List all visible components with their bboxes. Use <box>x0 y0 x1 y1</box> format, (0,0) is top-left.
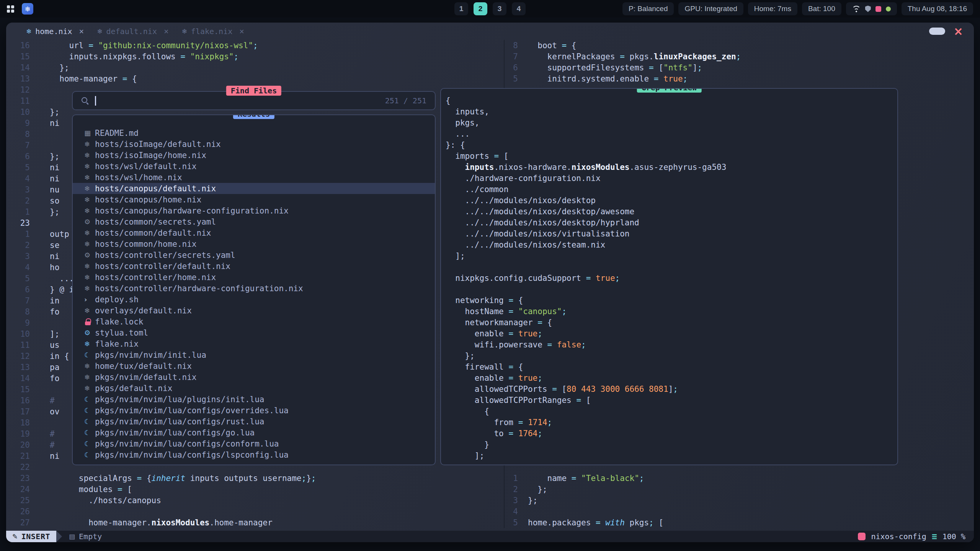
code-line: ../../modules/nixos/desktop/hyprland <box>446 217 897 228</box>
line-number: 1 <box>505 474 518 483</box>
file-result[interactable]: ❄hosts/controller/default.nix <box>73 261 435 272</box>
line-number: 13 <box>6 363 30 372</box>
repo-name: nixos-config <box>871 532 926 541</box>
file-path: README.md <box>95 129 139 138</box>
file-result[interactable]: ❄overlays/default.nix <box>73 305 435 316</box>
file-result[interactable]: ☾pkgs/nvim/nvim/lua/configs/go.lua <box>73 427 435 438</box>
file-result[interactable]: ☾pkgs/nvim/nvim/lua/configs/conform.lua <box>73 438 435 449</box>
workspace-button-1[interactable]: 1 <box>454 2 468 15</box>
file-result[interactable]: ▦README.md <box>73 127 435 139</box>
file-result[interactable]: ⚙stylua.toml <box>73 327 435 338</box>
file-result[interactable]: ❄hosts/isoImage/home.nix <box>73 150 435 161</box>
code-line: 26 <box>6 506 504 517</box>
nix-file-icon: ❄ <box>84 140 95 148</box>
code-line: hostName = "canopus"; <box>446 306 897 317</box>
file-result[interactable]: ☾pkgs/nvim/nvim/lua/configs/overrides.lu… <box>73 405 435 416</box>
line-number: 7 <box>505 52 518 61</box>
editor-area: 16 url = "github:nix-community/nixos-wsl… <box>6 23 974 542</box>
file-result[interactable]: ❄hosts/wsl/home.nix <box>73 172 435 183</box>
code-line: wifi.powersave = false; <box>446 339 897 350</box>
system-tray <box>846 2 897 15</box>
line-number: 22 <box>6 463 30 472</box>
code-line: 2 }; <box>505 484 974 495</box>
line-number: 11 <box>6 341 30 350</box>
file-result[interactable]: ❄hosts/canopus/hardware-configuration.ni… <box>73 205 435 216</box>
code-line: ../../modules/nixos/virtualisation <box>446 228 897 239</box>
nix-file-icon: ❄ <box>84 240 95 248</box>
code-line: allowedTCPPortRanges = [ <box>446 395 897 406</box>
file-path: pkgs/default.nix <box>95 384 172 393</box>
file-path: pkgs/nvim/default.nix <box>95 373 197 382</box>
top-bar: ❄ 1234 P: BalancedGPU: IntegratedHome: 7… <box>0 0 980 18</box>
line-number: 13 <box>6 74 30 83</box>
app-launcher-icon[interactable] <box>7 5 14 13</box>
file-path: hosts/wsl/home.nix <box>95 173 182 182</box>
nix-blue-file-icon: ❄ <box>84 340 95 348</box>
file-result[interactable]: ❄hosts/canopus/home.nix <box>73 194 435 205</box>
scroll-position: 100 % <box>942 532 965 541</box>
file-path: hosts/controller/default.nix <box>95 262 230 271</box>
file-path: hosts/canopus/home.nix <box>95 195 201 204</box>
file-result[interactable]: ❄hosts/common/default.nix <box>73 227 435 238</box>
yaml-file-icon: ⚙ <box>84 251 95 259</box>
results-list[interactable]: ▦README.md❄hosts/isoImage/default.nix❄ho… <box>73 115 435 460</box>
line-number: 7 <box>6 141 30 150</box>
nix-file-icon: ❄ <box>84 151 95 159</box>
code-line: 23 specialArgs = {inherit inputs outputs… <box>6 473 504 484</box>
lua-file-icon: ☾ <box>84 351 95 359</box>
line-number: 16 <box>6 41 30 50</box>
workspace-button-3[interactable]: 3 <box>493 2 506 15</box>
code-line: ... <box>446 128 897 139</box>
status-right: nixos-config ≡ 100 % <box>858 531 974 541</box>
file-result[interactable]: ❄home/tux/default.nix <box>73 360 435 372</box>
file-result[interactable]: ❄pkgs/nvim/default.nix <box>73 372 435 383</box>
find-files-prompt[interactable]: Find Files 251 / 251 <box>72 91 436 110</box>
file-result[interactable]: ❄flake.nix <box>73 338 435 349</box>
file-result[interactable]: ❄hosts/controller/hardware-configuration… <box>73 283 435 294</box>
file-result[interactable]: ❄hosts/wsl/default.nix <box>73 161 435 172</box>
line-number: 1 <box>6 230 30 239</box>
workspace-button-4[interactable]: 4 <box>512 2 526 15</box>
line-number: 26 <box>6 507 30 516</box>
file-path: pkgs/nvim/nvim/lua/configs/overrides.lua <box>95 406 289 415</box>
code-line: firewall = { <box>446 361 897 372</box>
workspace-button-2[interactable]: 2 <box>474 2 487 15</box>
line-number: 15 <box>6 385 30 394</box>
file-path: home/tux/default.nix <box>95 362 192 371</box>
file-path: hosts/controller/secrets.yaml <box>95 251 235 260</box>
file-result[interactable]: ❄hosts/isoImage/default.nix <box>73 139 435 150</box>
line-number: 10 <box>6 329 30 339</box>
pencil-icon: ✎ <box>12 533 18 540</box>
code-line: from = 1714; <box>446 417 897 428</box>
file-result[interactable]: ❄hosts/canopus/default.nix <box>73 183 435 194</box>
status-segment: GPU: Integrated <box>678 2 743 15</box>
file-result[interactable]: ☾pkgs/nvim/nvim/lua/configs/lspconfig.lu… <box>73 449 435 460</box>
file-result[interactable]: ❄pkgs/default.nix <box>73 383 435 394</box>
code-line: ../../modules/nixos/desktop <box>446 195 897 206</box>
focused-app-icon[interactable]: ❄ <box>22 3 33 15</box>
line-number: 5 <box>505 74 518 83</box>
file-result[interactable]: ☾pkgs/nvim/nvim/lua/configs/rust.lua <box>73 416 435 427</box>
file-result[interactable]: ›deploy.sh <box>73 294 435 305</box>
code-line: 14 }; <box>6 62 504 73</box>
file-result[interactable]: ☾pkgs/nvim/nvim/lua/plugins/init.lua <box>73 394 435 405</box>
results-panel: Results ▦README.md❄hosts/isoImage/defaul… <box>72 114 436 465</box>
file-result[interactable]: ☾pkgs/nvim/nvim/init.lua <box>73 349 435 360</box>
file-result[interactable]: ⚙hosts/controller/secrets.yaml <box>73 249 435 261</box>
workspace-switcher: 1234 <box>454 2 526 15</box>
line-number: 9 <box>6 318 30 328</box>
code-line: nixpkgs.config.cudaSupport = true; <box>446 272 897 284</box>
line-number: 7 <box>6 296 30 305</box>
line-number: 14 <box>6 63 30 72</box>
file-result[interactable]: ⚙hosts/common/secrets.yaml <box>73 216 435 227</box>
file-path: flake.lock <box>95 317 143 326</box>
code-line: inputs, <box>446 106 897 117</box>
file-result[interactable]: ❄hosts/controller/home.nix <box>73 272 435 283</box>
file-path: hosts/canopus/hardware-configuration.nix <box>95 206 289 215</box>
file-path: pkgs/nvim/nvim/lua/plugins/init.lua <box>95 395 265 404</box>
file-result[interactable]: ❄hosts/common/home.nix <box>73 238 435 249</box>
line-number: 21 <box>6 452 30 461</box>
lines-icon: ≡ <box>932 531 937 541</box>
file-result[interactable]: flake.lock <box>73 316 435 327</box>
line-number: 1 <box>6 207 30 217</box>
